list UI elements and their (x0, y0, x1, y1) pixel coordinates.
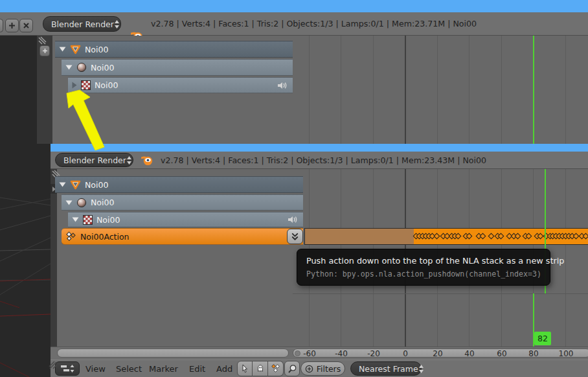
menu-edit[interactable]: Edit (187, 364, 208, 374)
menu-add[interactable]: Add (214, 364, 235, 374)
corner-resize-icon[interactable] (49, 361, 57, 369)
ruler-tick: 0 (403, 349, 408, 358)
keyframe-diamond[interactable] (455, 233, 462, 240)
keyframe-diamond[interactable] (480, 233, 486, 240)
frame-gridline (437, 36, 438, 144)
blender-window: Blender Render v2.78 | Verts:4 | Faces:1… (0, 0, 588, 377)
ghost-icon (256, 364, 265, 373)
menu-view[interactable]: View (83, 364, 108, 374)
frame-ruler: -60-40-20020406080100 (293, 349, 588, 357)
render-engine-label: Blender Render (51, 19, 114, 29)
ruler-tick: 80 (528, 349, 538, 358)
channel-row-action[interactable]: Noi00 (68, 212, 303, 227)
composite-seam (293, 293, 588, 294)
blender-logo-icon (141, 154, 153, 166)
keyframe-diamond[interactable] (526, 233, 532, 240)
active-window-highlight-bottom (51, 144, 588, 152)
zoom-tool-button[interactable] (284, 361, 300, 376)
info-header-1: Blender Render v2.78 | Verts:4 | Faces:1… (0, 12, 588, 36)
ruler-tick: 100 (559, 349, 574, 358)
tooltip-python: Python: bpy.ops.nla.action_pushdown(chan… (306, 269, 541, 279)
expand-panel-button[interactable] (40, 45, 50, 56)
expander-down-icon[interactable] (59, 47, 66, 52)
render-engine-select-2[interactable]: Blender Render (55, 153, 133, 167)
pushdown-action-button[interactable] (287, 229, 303, 244)
frame-gridline (469, 36, 469, 144)
keyframe-diamond[interactable] (434, 233, 440, 240)
frame-gridline (565, 169, 566, 347)
channel-row-scene[interactable]: Noi00 (55, 41, 293, 58)
tooltip: Push action down onto the top of the NLA… (297, 249, 550, 286)
current-frame-label: 82 (537, 334, 548, 343)
partial-button[interactable] (0, 19, 3, 32)
expander-down-icon[interactable] (59, 182, 66, 187)
keyframe-diamond[interactable] (488, 233, 495, 240)
frame-gridline (309, 36, 310, 144)
nla-toolbar: View Select Marker Edit Add (51, 360, 588, 377)
channel-scrollbar[interactable] (57, 348, 289, 358)
object-icon (76, 198, 87, 208)
close-area-button[interactable] (19, 19, 33, 32)
keyframe-diamond[interactable] (498, 233, 504, 240)
dropdown-arrows-icon (126, 156, 132, 165)
nla-editor-bottom-gutter (51, 169, 57, 347)
channel-label: Noi00 (85, 45, 108, 54)
speaker-icon[interactable] (288, 215, 298, 224)
keyframe-diamonds-icon (271, 364, 280, 373)
ruler-tick: -60 (303, 349, 316, 358)
resize-handle-icon[interactable] (38, 36, 47, 45)
channel-label: Noi00Action (80, 232, 130, 242)
plus-icon (8, 22, 16, 29)
filters-label: Filters (317, 364, 341, 374)
channel-row-object[interactable]: Noi00 (62, 194, 303, 211)
frame-grid-top (293, 36, 588, 144)
ruler-tick: -40 (335, 349, 348, 358)
keyframe-diamond[interactable] (466, 233, 473, 240)
speaker-icon[interactable] (277, 81, 288, 90)
ruler-tick: 40 (464, 349, 474, 358)
ruler-tick: 60 (497, 349, 506, 358)
snap-mode-label: Nearest Frame (359, 364, 418, 374)
cursor-arrow-icon (240, 364, 249, 373)
action-icon (83, 215, 93, 225)
menu-select[interactable]: Select (113, 364, 144, 374)
filters-button[interactable]: Filters (300, 361, 345, 376)
split-area-button[interactable] (5, 19, 19, 32)
annotation-arrow (55, 84, 117, 152)
ruler-tick: 20 (433, 349, 442, 358)
playhead-line-top[interactable] (533, 36, 534, 144)
channel-row-active-action[interactable]: Noi00Action (62, 228, 303, 245)
scene-icon (70, 45, 81, 54)
current-frame-badge: 82 (534, 332, 551, 345)
nla-editor-icon (60, 364, 74, 373)
info-header-2: Blender Render v2.78 | Verts:4 | Faces:1… (51, 152, 588, 169)
ghost-frames-button[interactable] (253, 361, 268, 376)
snap-mode-select[interactable]: Nearest Frame (350, 361, 422, 376)
expander-down-icon[interactable] (65, 200, 73, 205)
keying-set-button[interactable] (268, 361, 284, 376)
keyframe-diamond[interactable] (515, 233, 521, 240)
circle-plus-icon (305, 365, 313, 373)
channel-label: Noi00 (91, 198, 114, 207)
render-engine-label: Blender Render (63, 155, 126, 165)
close-icon (23, 22, 30, 29)
channel-row-scene[interactable]: Noi00 (55, 176, 303, 193)
dropdown-arrows-icon (418, 365, 424, 373)
select-mode-cursor-button[interactable] (237, 361, 253, 376)
render-engine-select-1[interactable]: Blender Render (43, 16, 121, 32)
stats-text-1: v2.78 | Verts:4 | Faces:1 | Tris:2 | Obj… (151, 19, 477, 29)
frame-zero-gridline (405, 36, 406, 144)
expander-down-icon[interactable] (65, 65, 73, 70)
frame-gridline (341, 36, 341, 144)
plus-icon (42, 48, 48, 54)
channel-row-object[interactable]: Noi00 (62, 59, 293, 76)
object-icon (76, 62, 87, 73)
expander-down-icon[interactable] (72, 217, 79, 222)
channel-label: Noi00 (91, 63, 114, 73)
editor-type-select[interactable] (55, 361, 80, 376)
tooltip-title: Push action down onto the top of the NLA… (306, 256, 541, 266)
stats-text-2: v2.78 | Verts:4 | Faces:1 | Tris:2 | Obj… (161, 155, 486, 165)
timeline-scrollbar[interactable]: -60-40-20020406080100 (293, 348, 588, 358)
magnifier-icon (288, 364, 297, 374)
menu-marker[interactable]: Marker (146, 364, 181, 374)
